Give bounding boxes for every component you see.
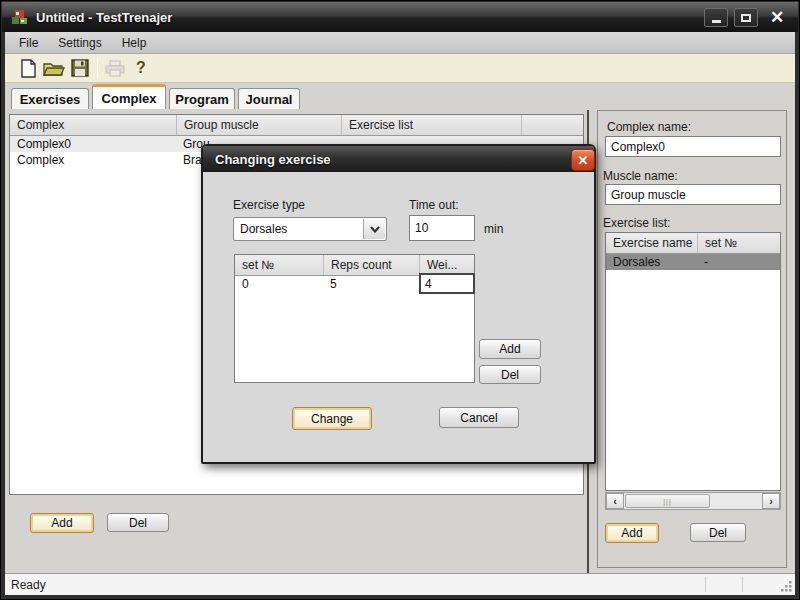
resize-grip[interactable] [779,579,793,593]
tab-exercises[interactable]: Exercises [11,88,89,109]
title-bar[interactable]: Untitled - TestTrenajer ✕ [2,2,798,32]
print-icon[interactable] [102,56,128,80]
col-filler [521,115,583,135]
time-out-unit: min [484,222,503,236]
tab-strip: Exercises Complex Program Journal [5,83,795,109]
exercise-list-header: Exercise name set № [606,233,780,254]
set-add-button[interactable]: Add [479,339,541,359]
muscle-name-input[interactable]: Group muscle [605,184,781,205]
window-title: Untitled - TestTrenajer [36,10,172,25]
exercise-add-button[interactable]: Add [605,523,659,543]
maximize-button[interactable] [734,8,758,27]
dialog-title-bar[interactable]: Changing exercise ✕ [203,146,594,172]
complex-add-button[interactable]: Add [30,513,94,533]
exercise-type-select[interactable]: Dorsales [233,217,387,241]
app-icon [11,9,28,25]
change-button[interactable]: Change [292,407,372,430]
col-exercise-name[interactable]: Exercise name [606,233,697,253]
col-exercise-list[interactable]: Exercise list [341,115,521,135]
tab-program[interactable]: Program [169,88,235,109]
time-out-label: Time out: [409,198,459,212]
status-bar: Ready [5,573,795,595]
menu-file[interactable]: File [9,33,48,53]
scroll-right-icon[interactable]: › [762,493,780,509]
menu-settings[interactable]: Settings [48,33,111,53]
complex-del-button[interactable]: Del [107,513,169,532]
set-del-button[interactable]: Del [479,365,541,384]
cancel-button[interactable]: Cancel [439,407,519,428]
status-text: Ready [11,578,46,592]
col-set-no[interactable]: set № [235,255,323,275]
menu-bar: File Settings Help [5,32,795,54]
table-row-selected[interactable]: Dorsales - [606,254,780,270]
toolbar-separator [97,58,98,78]
exercise-list-label: Exercise list: [603,216,670,230]
toolbar: ? [5,54,795,83]
app-window: Untitled - TestTrenajer ✕ File Settings … [0,0,800,600]
col-set-no[interactable]: set № [697,233,780,253]
client-area: File Settings Help [5,32,795,595]
dialog-title: Changing exercise [215,152,331,167]
scroll-left-icon[interactable]: ‹ [606,493,624,509]
save-icon[interactable] [67,56,93,80]
new-file-icon[interactable] [15,56,41,80]
col-reps-count[interactable]: Reps count [323,255,419,275]
col-weight[interactable]: Wei... [419,255,474,275]
muscle-name-label: Muscle name: [603,169,678,183]
exercise-del-button[interactable]: Del [690,523,746,542]
status-separator [742,577,743,592]
complex-name-input[interactable]: Complex0 [605,136,781,157]
status-separator [705,577,706,592]
complex-name-label: Complex name: [607,120,691,134]
complex-table-header: Complex Group muscle Exercise list [10,115,583,136]
open-folder-icon[interactable] [41,56,67,80]
detail-panel: Complex name: Complex0 Muscle name: Grou… [597,110,787,568]
scrollbar-thumb[interactable]: ||| [625,494,710,508]
exercise-type-label: Exercise type [233,198,305,212]
col-group-muscle[interactable]: Group muscle [176,115,341,135]
tab-complex[interactable]: Complex [92,84,166,109]
tab-journal[interactable]: Journal [238,88,300,109]
close-button[interactable]: ✕ [764,7,790,28]
dialog-close-icon[interactable]: ✕ [571,149,595,171]
exercise-list-table[interactable]: Exercise name set № Dorsales - [605,232,781,491]
weight-edit-cell[interactable]: 4 [419,273,475,294]
menu-help[interactable]: Help [112,33,157,53]
minimize-button[interactable] [704,8,728,27]
col-complex[interactable]: Complex [10,115,176,135]
horizontal-scrollbar[interactable]: ‹ ||| › [605,492,781,510]
chevron-down-icon[interactable] [363,219,385,239]
time-out-input[interactable]: 10 [409,215,475,241]
changing-exercise-dialog: Changing exercise ✕ Exercise type Dorsal… [201,144,596,464]
help-icon[interactable]: ? [128,56,154,80]
